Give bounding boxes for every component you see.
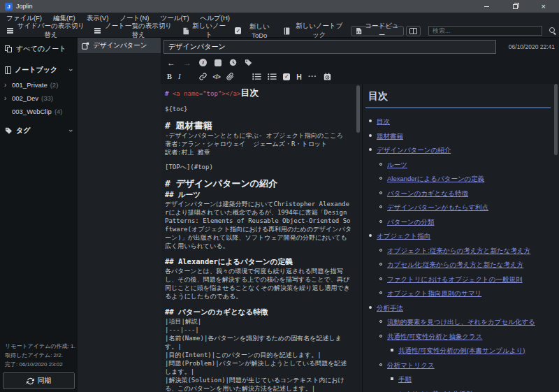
toc-link[interactable]: 分析マトリクス <box>387 361 435 369</box>
close-button[interactable]: × <box>542 3 546 10</box>
markdown-editor[interactable]: # <a name="top"></a>目次${toc}# 題材書籍-デザインパ… <box>161 84 362 392</box>
more-options-button[interactable]: ··· <box>308 73 317 80</box>
bullet-icon <box>379 363 382 366</box>
chevron-right-icon[interactable]: › <box>4 82 9 88</box>
sync-button[interactable]: 同期 <box>3 372 75 389</box>
note-title-input[interactable] <box>164 40 496 54</box>
toc-link[interactable]: Alexanderによるパターンの定義 <box>387 175 484 182</box>
note-share-icon <box>82 42 89 50</box>
editor-line: -デザインパターンとともに学ぶ- オブジェクト指向のこころ <box>165 131 352 140</box>
sync-status-line: 取得したアイテム: 2/2. <box>3 351 75 360</box>
editor-line: |問題(Problem)|パターンが解決しようとしている問題を記述します。| <box>165 359 352 376</box>
close-icon: × <box>542 3 546 10</box>
inline-code-button[interactable]: </> <box>213 73 221 80</box>
link-button[interactable] <box>199 73 207 80</box>
notebook-item-002_Dev[interactable]: ›002_Dev(33) <box>0 92 78 105</box>
tags-icon[interactable] <box>245 59 253 66</box>
toc-link[interactable]: オブジェクト指向原則のサマリ <box>387 289 481 297</box>
toc-list: 目次題材書籍デザインパターンの紹介ルーツAlexanderによるパターンの定義パ… <box>365 117 552 392</box>
numbered-list-button[interactable] <box>252 73 261 80</box>
editor-line: |目的(Intent)|このパターンの目的を記述します。| <box>165 351 352 359</box>
bullet-icon <box>379 335 382 337</box>
toc-item: 共通性/可変性分析の例(本書サンプルより) <box>365 347 552 356</box>
sidebar-notebooks-header[interactable]: ノートブック › <box>0 61 78 78</box>
chevron-down-icon[interactable]: › <box>68 129 74 132</box>
info-icon[interactable]: i <box>199 59 207 66</box>
toc-link[interactable]: 手順 <box>398 375 412 383</box>
toc-link[interactable]: 共通性/可変性分析と抽象クラス <box>387 333 483 340</box>
note-title-text: デザインパターン <box>93 41 147 50</box>
toc-item: 手順 <box>365 375 552 384</box>
toc-link[interactable]: 共通性/可変性分析の例(本書サンプルより) <box>398 347 525 354</box>
toc-item: オブジェクト指向 <box>365 232 552 241</box>
toc-link[interactable]: 題材書籍 <box>377 132 403 140</box>
toc-link[interactable]: ルーツ <box>387 161 407 168</box>
notebook-item-003_WebClip[interactable]: 003_WebClip(4) <box>0 105 78 118</box>
sidebar-all-notes[interactable]: すべてのノート <box>0 41 78 57</box>
editor-line: |---|---| <box>165 326 352 334</box>
toc-link[interactable]: オブジェクト:従来からの考え方と新たな考え方 <box>387 247 530 254</box>
all-notes-icon <box>5 45 13 53</box>
toc-link[interactable]: カプセル化:従来からの考え方と新たな考え方 <box>387 261 523 268</box>
maximize-button[interactable] <box>513 4 518 9</box>
toc-item: ファクトリにおけるオブジェクトの一般規則 <box>365 275 552 284</box>
toc-link[interactable]: 流動的要素を見つけ出し、それをカプセル化する <box>387 318 535 326</box>
bold-button[interactable]: B <box>167 73 172 80</box>
italic-button[interactable]: I <box>178 73 181 80</box>
sidebar-tags-header[interactable]: タグ › <box>0 122 78 139</box>
toc-item: パターンの分類 <box>365 218 552 227</box>
split-view-button[interactable] <box>406 26 421 36</box>
code-view-button[interactable]: コードビュー <box>351 26 404 36</box>
forward-arrow-icon[interactable]: → <box>183 59 191 67</box>
toc-link[interactable]: シナリオに基づく分析例 <box>398 390 472 392</box>
notebook-count: (4) <box>55 108 63 115</box>
chevron-down-icon[interactable]: › <box>68 68 74 71</box>
chevron-right-icon[interactable]: › <box>4 96 9 101</box>
editor-line: 訳者:村上 雅章 <box>165 148 352 157</box>
heading-button[interactable]: H <box>296 73 302 81</box>
hamburger-icon <box>94 28 101 33</box>
viewer-scrollbar[interactable] <box>554 84 558 155</box>
bullet-icon <box>369 234 372 237</box>
search-icon[interactable] <box>549 27 556 35</box>
attach-file-button[interactable] <box>226 73 234 80</box>
editor-line <box>165 171 352 177</box>
code-view-icon <box>356 27 362 35</box>
editor-line: ## ルーツ <box>165 189 352 200</box>
clock-icon[interactable] <box>229 59 237 66</box>
bullet-icon <box>379 191 382 194</box>
editor-scrollbar[interactable] <box>356 85 360 133</box>
new-notebook-icon <box>284 27 290 35</box>
sync-status-area: リモートアイテムの作成: 1. 取得したアイテム: 2/2. 完了: 06/10… <box>0 339 78 392</box>
toc-link[interactable]: 目次 <box>377 117 390 125</box>
bullet-list-button[interactable] <box>268 73 277 80</box>
bullet-icon <box>369 119 372 122</box>
checkbox-button[interactable]: ✓ <box>283 73 290 80</box>
toc-item: デザインパターンがもたらす利点 <box>365 203 552 212</box>
format-toolbar: B I </> ✓ H ··· <box>161 69 559 84</box>
square-icon[interactable] <box>215 59 222 66</box>
notebook-label: 003_WebClip <box>12 108 52 115</box>
toc-link[interactable]: 分析手法 <box>377 304 403 312</box>
toc-link[interactable]: パターンのカギとなる特徴 <box>387 189 468 197</box>
minimize-button[interactable] <box>484 6 489 7</box>
minimize-icon <box>484 6 489 7</box>
toc-link[interactable]: パターンの分類 <box>387 218 434 226</box>
toc-item: パターンのカギとなる特徴 <box>365 189 552 198</box>
sync-button-label: 同期 <box>38 376 52 386</box>
toc-link[interactable]: デザインパターンの紹介 <box>377 146 451 154</box>
toc-link[interactable]: デザインパターンがもたらす利点 <box>387 203 488 211</box>
tags-header-label: タグ <box>16 126 66 136</box>
search-input[interactable] <box>428 26 542 36</box>
note-list-item[interactable]: デザインパターン <box>78 38 161 53</box>
editor-line <box>165 300 352 307</box>
toc-item: カプセル化:従来からの考え方と新たな考え方 <box>365 261 552 270</box>
sidebar: すべてのノート ノートブック › ›001_Private(2)›002_Dev… <box>0 38 78 392</box>
insert-datetime-button[interactable] <box>324 73 331 80</box>
toc-item: 題材書籍 <box>365 132 552 141</box>
notebook-item-001_Private[interactable]: ›001_Private(2) <box>0 78 78 92</box>
back-arrow-icon[interactable]: ← <box>167 59 175 67</box>
editor-line: [TOPへ](#top) <box>165 163 352 171</box>
toc-link[interactable]: ファクトリにおけるオブジェクトの一般規則 <box>387 275 523 283</box>
toc-link[interactable]: オブジェクト指向 <box>377 232 430 240</box>
